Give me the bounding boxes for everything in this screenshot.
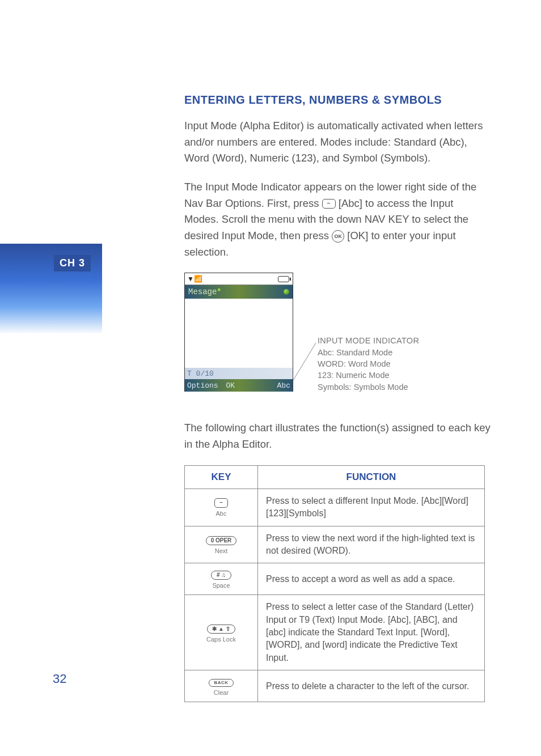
func-cell: Press to delete a character to the left … <box>258 670 485 702</box>
svg-line-0 <box>293 343 316 380</box>
back-key-icon: BACK <box>209 679 233 687</box>
paragraph-1: Input Mode (Alpha Editor) is automatical… <box>184 118 491 167</box>
table-row: BACK Clear Press to delete a character t… <box>185 670 485 702</box>
table-row: ✱ ▲ ⇧ Caps Lock Press to select a letter… <box>185 595 485 670</box>
header-key: KEY <box>185 465 258 489</box>
paragraph-2: The Input Mode Indicator appears on the … <box>184 179 491 260</box>
callout-line-1: Abc: Standard Mode <box>318 347 419 358</box>
key-sublabel: Clear <box>193 689 250 696</box>
callout-line-4: Symbols: Symbols Mode <box>318 381 419 393</box>
phone-titlebar: Mesage ■ <box>185 285 293 299</box>
callout-line-icon <box>293 341 318 380</box>
phone-title: Mesage <box>188 287 217 296</box>
signal-icon: ▼📶 <box>187 275 202 283</box>
titlebar-dot-icon <box>284 289 289 295</box>
key-function-table: KEY FUNCTION – Abc Press to select a dif… <box>184 465 485 703</box>
star-key-icon: ✱ ▲ ⇧ <box>207 625 235 634</box>
key-cell: ✱ ▲ ⇧ Caps Lock <box>185 595 258 670</box>
paragraph-3: The following chart illustrates the func… <box>184 420 491 452</box>
table-row: – Abc Press to select a different Input … <box>185 489 485 526</box>
hash-key-icon: # ♫ <box>211 571 231 580</box>
key-sublabel: Abc <box>193 510 250 517</box>
zero-key-icon: 0 OPER <box>206 536 237 545</box>
key-cell: 0 OPER Next <box>185 526 258 563</box>
callout-line-2: WORD: Word Mode <box>318 358 419 369</box>
key-cell: – Abc <box>185 489 258 526</box>
key-sublabel: Space <box>193 582 250 589</box>
func-cell: Press to accept a word as well as add a … <box>258 563 485 595</box>
cursor-icon: ■ <box>217 287 220 293</box>
chapter-label: CH 3 <box>54 255 91 271</box>
abc-key-icon: – <box>214 498 228 508</box>
callout-line-3: 123: Numeric Mode <box>318 369 419 381</box>
page-number: 32 <box>53 672 66 686</box>
char-counter: T 0/10 <box>187 369 214 378</box>
table-row: # ♫ Space Press to accept a word as well… <box>185 563 485 595</box>
key-sublabel: Next <box>193 547 250 554</box>
nav-mode-indicator: Abc <box>277 381 290 390</box>
key-sublabel: Caps Lock <box>193 636 250 643</box>
page-content: ENTERING LETTERS, NUMBERS & SYMBOLS Inpu… <box>184 94 491 702</box>
phone-navbar: Options OK Abc <box>185 379 293 392</box>
ok-key-icon: OK <box>332 230 344 243</box>
callout-heading: INPUT MODE INDICATOR <box>318 335 419 346</box>
battery-icon <box>278 276 289 282</box>
func-cell: Press to view the next word if the high-… <box>258 526 485 563</box>
soft-key-icon: – <box>322 199 336 209</box>
phone-figure: ▼📶 Mesage ■ T 0/10 Options OK Abc <box>184 273 491 403</box>
phone-statusbar: ▼📶 <box>185 273 293 285</box>
table-row: 0 OPER Next Press to view the next word … <box>185 526 485 563</box>
nav-left-right: Options OK <box>187 381 235 390</box>
phone-compose-area <box>185 299 293 368</box>
callout-text: INPUT MODE INDICATOR Abc: Standard Mode … <box>318 335 419 392</box>
key-cell: # ♫ Space <box>185 563 258 595</box>
func-cell: Press to select a letter case of the Sta… <box>258 595 485 670</box>
section-title: ENTERING LETTERS, NUMBERS & SYMBOLS <box>184 94 491 107</box>
header-function: FUNCTION <box>258 465 485 489</box>
phone-counter-bar: T 0/10 <box>185 368 293 379</box>
nav-options: Options <box>187 381 218 390</box>
func-cell: Press to select a different Input Mode. … <box>258 489 485 526</box>
phone-screen: ▼📶 Mesage ■ T 0/10 Options OK Abc <box>184 273 293 392</box>
table-header-row: KEY FUNCTION <box>185 465 485 489</box>
nav-ok: OK <box>226 381 235 390</box>
key-cell: BACK Clear <box>185 670 258 702</box>
